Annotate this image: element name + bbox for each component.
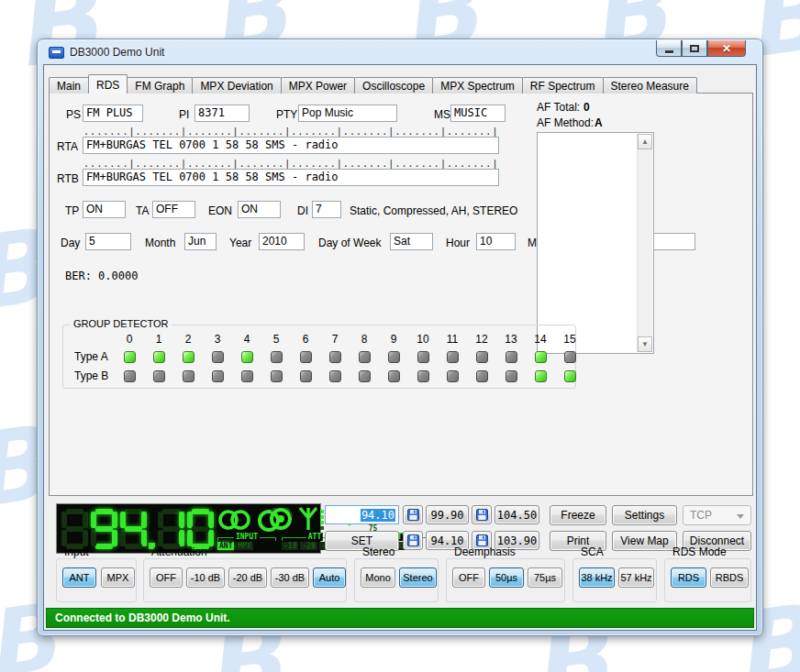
preset-1-button[interactable]: 99.90 [426,505,469,524]
tab-stereo-measure[interactable]: Stereo Measure [603,77,697,94]
ant-button[interactable]: ANT [62,567,96,588]
att-10db-button[interactable]: -10 dB [186,567,225,588]
freeze-button[interactable]: Freeze [550,505,606,525]
settings-button[interactable]: Settings [612,505,677,525]
tab-rf-spectrum[interactable]: RF Spectrum [522,77,604,94]
mono-button[interactable]: Mono [361,567,395,588]
lcd-frequency-digits [61,508,216,550]
af-list-scrollbar[interactable]: ▲ ▼ [637,134,652,352]
rds-button[interactable]: RDS [671,567,706,588]
save-preset-3-button[interactable] [403,531,423,550]
af-list[interactable]: ▲ ▼ [537,132,654,354]
tab-mpx-power[interactable]: MPX Power [281,77,355,94]
gd-row-label: Type B [69,367,115,386]
tp-field[interactable]: ON [83,201,126,218]
led-typeA-0 [124,351,136,363]
lcd-decimal-point [149,509,157,549]
tab-rds[interactable]: RDS [88,74,128,94]
gd-column-header: 6 [291,333,320,347]
dow-label: Day of Week [318,237,381,249]
day-label: Day [61,237,80,249]
close-button[interactable]: ✕ [707,40,746,57]
gd-column-header: 1 [144,333,173,347]
di-field[interactable]: 7 [312,201,341,218]
input-group: Input ANT MPX [56,558,137,602]
led-typeB-9 [388,370,400,382]
deemph-75us-button[interactable]: 75µs [528,567,562,588]
ta-label: TA [136,204,149,217]
eon-field[interactable]: ON [238,201,281,218]
tab-mpx-deviation[interactable]: MPX Deviation [192,77,281,94]
day-field[interactable]: 5 [85,233,131,250]
tab-fm-graph[interactable]: FM Graph [127,77,193,94]
led-typeA-15 [564,351,576,363]
lcd-digit [187,509,214,549]
tab-mpx-spectrum[interactable]: MPX Spectrum [432,77,523,94]
connection-type-select[interactable]: TCP [683,505,751,525]
lcd-input-option-mpx: MPX [236,542,252,550]
gd-column-header: 14 [526,333,555,347]
rtb-ruler: .......|.......|.......|.......|.......|… [83,159,499,169]
dow-field[interactable]: Sat [390,233,433,250]
attenuation-group-label: Attenuation [150,545,209,558]
led-typeB-15 [564,370,576,382]
hour-field[interactable]: 10 [476,233,516,250]
led-typeB-4 [241,370,253,382]
deemph-off-button[interactable]: OFF [452,567,485,588]
led-typeB-13 [506,370,517,382]
tab-main[interactable]: Main [49,77,89,94]
led-typeA-8 [359,351,371,363]
stereo-button[interactable]: Stereo [399,567,437,588]
att-auto-button[interactable]: Auto [313,567,346,588]
save-preset-2-button[interactable] [472,505,492,524]
preset-2-button[interactable]: 104.50 [494,505,539,524]
titlebar[interactable]: DB3000 Demo Unit ✕ [38,39,762,65]
deemph-50us-button[interactable]: 50µs [489,567,524,588]
ms-field[interactable]: MUSIC [450,105,506,122]
ps-field[interactable]: FM PLUS [83,105,143,122]
save-preset-1-button[interactable] [403,505,423,524]
minimize-button[interactable] [656,40,682,57]
pi-field[interactable]: 8371 [194,105,250,122]
scroll-up-icon[interactable]: ▲ [638,134,652,149]
mpx-button[interactable]: MPX [101,567,135,588]
rtb-label: RTB [57,172,79,185]
af-total-value: 0 [583,101,590,114]
rta-ruler: .......|.......|.......|.......|.......|… [83,127,499,137]
led-typeB-2 [183,370,194,382]
ta-field[interactable]: OFF [152,201,195,218]
deemphasis-group: Deemphasis OFF 50µs 75µs [446,558,565,602]
led-typeB-0 [124,370,136,382]
att-20db-button[interactable]: -20 dB [228,567,267,588]
attenuation-group: Attenuation OFF -10 dB -20 dB -30 dB Aut… [143,558,347,602]
rta-field[interactable]: FM+BURGAS TEL 0700 1 58 58 SMS - radio [83,137,499,154]
led-typeA-5 [271,351,283,363]
view-map-button[interactable]: View Map [612,531,677,551]
year-field[interactable]: 2010 [259,233,305,250]
pty-field[interactable]: Pop Music [298,105,397,122]
floppy-icon [407,534,419,546]
gd-column-header: 0 [115,333,144,347]
att-off-button[interactable]: OFF [150,567,183,588]
frequency-input[interactable]: 94.10 [325,505,399,524]
sca-group-label: SCA [579,545,606,558]
led-typeB-14 [535,370,547,382]
floppy-icon [407,509,419,521]
lcd-digit [61,509,88,549]
tab-oscilloscope[interactable]: Oscilloscope [354,77,433,94]
app-icon [49,47,64,59]
rbds-button[interactable]: RBDS [710,567,749,588]
maximize-button[interactable] [682,40,707,57]
sca-57khz-button[interactable]: 57 kHz [618,567,654,588]
att-30db-button[interactable]: -30 dB [271,567,309,588]
led-typeA-14 [535,351,547,363]
scroll-down-icon[interactable]: ▼ [638,336,652,352]
client-area: Main RDS FM Graph MPX Deviation MPX Powe… [43,64,757,631]
sca-38khz-button[interactable]: 38 kHz [579,567,615,588]
rtb-field[interactable]: FM+BURGAS TEL 0700 1 58 58 SMS - radio [83,169,499,186]
gd-row-label: Type A [69,347,115,367]
af-method-value: A [594,116,603,129]
frequency-value: 94.10 [361,509,395,522]
month-field[interactable]: Jun [184,233,217,250]
minimize-icon [665,50,673,53]
